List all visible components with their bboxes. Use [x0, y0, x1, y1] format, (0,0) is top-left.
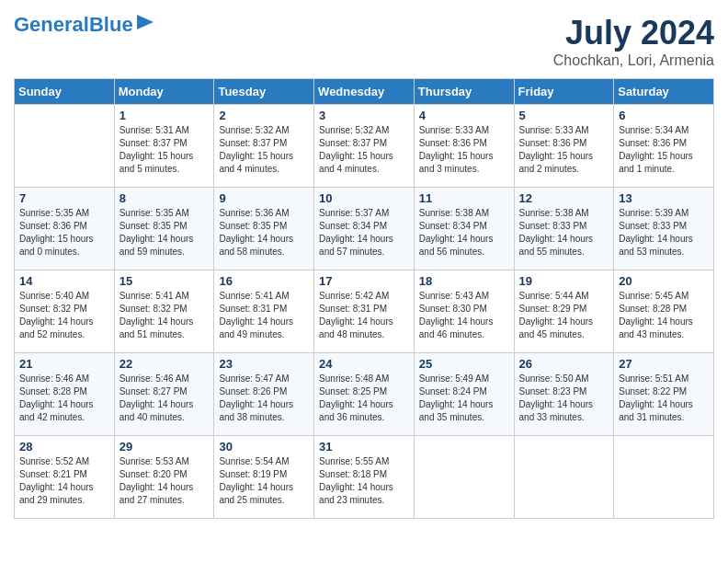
day-content: Sunrise: 5:38 AM Sunset: 8:34 PM Dayligh…: [419, 207, 509, 259]
day-content: Sunrise: 5:55 AM Sunset: 8:18 PM Dayligh…: [319, 455, 409, 507]
day-content: Sunrise: 5:54 AM Sunset: 8:19 PM Dayligh…: [219, 455, 309, 507]
week-row-5: 28Sunrise: 5:52 AM Sunset: 8:21 PM Dayli…: [15, 436, 714, 519]
day-number: 27: [619, 357, 709, 371]
day-number: 28: [19, 440, 109, 454]
day-content: Sunrise: 5:38 AM Sunset: 8:33 PM Dayligh…: [519, 207, 609, 259]
day-content: Sunrise: 5:41 AM Sunset: 8:31 PM Dayligh…: [219, 290, 309, 341]
calendar-cell: 19Sunrise: 5:44 AM Sunset: 8:29 PM Dayli…: [514, 270, 614, 353]
calendar-cell: 13Sunrise: 5:39 AM Sunset: 8:33 PM Dayli…: [614, 188, 714, 270]
calendar-cell: 12Sunrise: 5:38 AM Sunset: 8:33 PM Dayli…: [514, 188, 614, 270]
calendar-cell: 25Sunrise: 5:49 AM Sunset: 8:24 PM Dayli…: [414, 353, 514, 436]
calendar-cell: 18Sunrise: 5:43 AM Sunset: 8:30 PM Dayli…: [414, 270, 514, 353]
svg-marker-0: [137, 15, 154, 29]
day-number: 11: [419, 191, 509, 205]
day-content: Sunrise: 5:35 AM Sunset: 8:36 PM Dayligh…: [19, 207, 109, 259]
day-number: 3: [319, 109, 409, 122]
day-number: 7: [19, 191, 109, 205]
calendar-cell: 8Sunrise: 5:35 AM Sunset: 8:35 PM Daylig…: [114, 188, 214, 270]
calendar-cell: 4Sunrise: 5:33 AM Sunset: 8:36 PM Daylig…: [414, 105, 514, 188]
calendar-cell: 10Sunrise: 5:37 AM Sunset: 8:34 PM Dayli…: [314, 188, 415, 270]
day-content: Sunrise: 5:49 AM Sunset: 8:24 PM Dayligh…: [419, 373, 509, 424]
page-header: GeneralBlue July 2024 Chochkan, Lori, Ar…: [14, 14, 714, 69]
day-content: Sunrise: 5:36 AM Sunset: 8:35 PM Dayligh…: [219, 207, 309, 259]
day-number: 31: [319, 440, 409, 454]
calendar-cell: 23Sunrise: 5:47 AM Sunset: 8:26 PM Dayli…: [214, 353, 314, 436]
calendar-cell: 9Sunrise: 5:36 AM Sunset: 8:35 PM Daylig…: [214, 188, 314, 270]
day-content: Sunrise: 5:47 AM Sunset: 8:26 PM Dayligh…: [219, 373, 309, 424]
day-number: 9: [219, 191, 309, 205]
day-number: 22: [119, 357, 210, 371]
calendar-cell: 14Sunrise: 5:40 AM Sunset: 8:32 PM Dayli…: [15, 270, 115, 353]
day-number: 8: [119, 191, 210, 205]
calendar-cell: [414, 436, 514, 519]
month-title: July 2024: [553, 14, 714, 52]
day-number: 18: [419, 274, 509, 288]
calendar-cell: 22Sunrise: 5:46 AM Sunset: 8:27 PM Dayli…: [114, 353, 214, 436]
calendar-cell: [15, 105, 115, 188]
calendar-cell: 28Sunrise: 5:52 AM Sunset: 8:21 PM Dayli…: [15, 436, 115, 519]
col-header-sunday: Sunday: [15, 79, 115, 105]
calendar-cell: 27Sunrise: 5:51 AM Sunset: 8:22 PM Dayli…: [614, 353, 714, 436]
day-number: 17: [319, 274, 409, 288]
day-number: 10: [319, 191, 409, 205]
week-row-1: 1Sunrise: 5:31 AM Sunset: 8:37 PM Daylig…: [15, 105, 714, 188]
day-number: 1: [119, 109, 210, 122]
logo-general: General: [14, 13, 89, 36]
day-content: Sunrise: 5:50 AM Sunset: 8:23 PM Dayligh…: [519, 373, 609, 424]
col-header-wednesday: Wednesday: [314, 79, 415, 105]
day-content: Sunrise: 5:32 AM Sunset: 8:37 PM Dayligh…: [219, 124, 309, 176]
day-number: 16: [219, 274, 309, 288]
day-number: 14: [19, 274, 109, 288]
calendar-cell: 24Sunrise: 5:48 AM Sunset: 8:25 PM Dayli…: [314, 353, 415, 436]
header-row: SundayMondayTuesdayWednesdayThursdayFrid…: [15, 79, 714, 105]
calendar-cell: 16Sunrise: 5:41 AM Sunset: 8:31 PM Dayli…: [214, 270, 314, 353]
logo: GeneralBlue: [14, 14, 154, 36]
col-header-thursday: Thursday: [414, 79, 514, 105]
day-number: 29: [119, 440, 210, 454]
calendar-cell: 15Sunrise: 5:41 AM Sunset: 8:32 PM Dayli…: [114, 270, 214, 353]
calendar-cell: 20Sunrise: 5:45 AM Sunset: 8:28 PM Dayli…: [614, 270, 714, 353]
day-content: Sunrise: 5:34 AM Sunset: 8:36 PM Dayligh…: [619, 124, 709, 176]
week-row-4: 21Sunrise: 5:46 AM Sunset: 8:28 PM Dayli…: [15, 353, 714, 436]
day-number: 25: [419, 357, 509, 371]
day-content: Sunrise: 5:33 AM Sunset: 8:36 PM Dayligh…: [419, 124, 509, 176]
logo-blue: Blue: [89, 13, 133, 36]
col-header-monday: Monday: [114, 79, 214, 105]
calendar-cell: 29Sunrise: 5:53 AM Sunset: 8:20 PM Dayli…: [114, 436, 214, 519]
day-content: Sunrise: 5:37 AM Sunset: 8:34 PM Dayligh…: [319, 207, 409, 259]
day-content: Sunrise: 5:41 AM Sunset: 8:32 PM Dayligh…: [119, 290, 210, 341]
day-content: Sunrise: 5:39 AM Sunset: 8:33 PM Dayligh…: [619, 207, 709, 259]
day-number: 26: [519, 357, 609, 371]
day-content: Sunrise: 5:31 AM Sunset: 8:37 PM Dayligh…: [119, 124, 210, 176]
day-content: Sunrise: 5:52 AM Sunset: 8:21 PM Dayligh…: [19, 455, 109, 507]
calendar-cell: 31Sunrise: 5:55 AM Sunset: 8:18 PM Dayli…: [314, 436, 415, 519]
week-row-3: 14Sunrise: 5:40 AM Sunset: 8:32 PM Dayli…: [15, 270, 714, 353]
col-header-friday: Friday: [514, 79, 614, 105]
day-number: 4: [419, 109, 509, 122]
calendar-cell: 17Sunrise: 5:42 AM Sunset: 8:31 PM Dayli…: [314, 270, 415, 353]
day-content: Sunrise: 5:35 AM Sunset: 8:35 PM Dayligh…: [119, 207, 210, 259]
day-content: Sunrise: 5:45 AM Sunset: 8:28 PM Dayligh…: [619, 290, 709, 341]
calendar-cell: 30Sunrise: 5:54 AM Sunset: 8:19 PM Dayli…: [214, 436, 314, 519]
week-row-2: 7Sunrise: 5:35 AM Sunset: 8:36 PM Daylig…: [15, 188, 714, 270]
calendar-cell: 3Sunrise: 5:32 AM Sunset: 8:37 PM Daylig…: [314, 105, 415, 188]
calendar-cell: [514, 436, 614, 519]
day-content: Sunrise: 5:42 AM Sunset: 8:31 PM Dayligh…: [319, 290, 409, 341]
day-number: 2: [219, 109, 309, 122]
day-content: Sunrise: 5:53 AM Sunset: 8:20 PM Dayligh…: [119, 455, 210, 507]
day-number: 19: [519, 274, 609, 288]
day-number: 5: [519, 109, 609, 122]
day-content: Sunrise: 5:32 AM Sunset: 8:37 PM Dayligh…: [319, 124, 409, 176]
calendar-cell: [614, 436, 714, 519]
calendar-cell: 6Sunrise: 5:34 AM Sunset: 8:36 PM Daylig…: [614, 105, 714, 188]
col-header-tuesday: Tuesday: [214, 79, 314, 105]
day-number: 21: [19, 357, 109, 371]
day-content: Sunrise: 5:48 AM Sunset: 8:25 PM Dayligh…: [319, 373, 409, 424]
calendar-cell: 2Sunrise: 5:32 AM Sunset: 8:37 PM Daylig…: [214, 105, 314, 188]
day-number: 15: [119, 274, 210, 288]
col-header-saturday: Saturday: [614, 79, 714, 105]
calendar-cell: 11Sunrise: 5:38 AM Sunset: 8:34 PM Dayli…: [414, 188, 514, 270]
calendar-cell: 21Sunrise: 5:46 AM Sunset: 8:28 PM Dayli…: [15, 353, 115, 436]
day-content: Sunrise: 5:46 AM Sunset: 8:28 PM Dayligh…: [19, 373, 109, 424]
calendar-table: SundayMondayTuesdayWednesdayThursdayFrid…: [14, 78, 714, 519]
